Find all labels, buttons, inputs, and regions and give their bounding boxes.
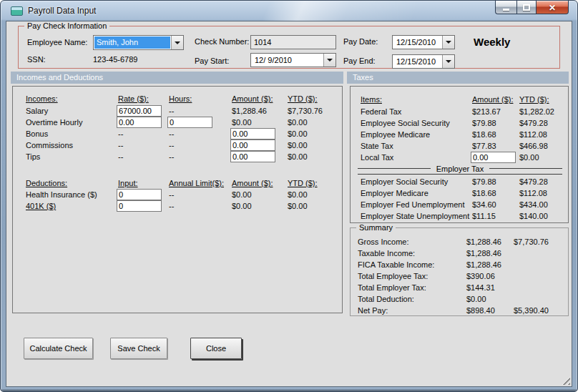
summary-label: Taxable Income: <box>358 249 415 258</box>
tax-amount: $11.15 <box>472 212 496 221</box>
save-check-button[interactable]: Save Check <box>110 338 167 359</box>
tax-row-employer-state-unemployment: Employer State Unemployment $11.15 $140.… <box>351 211 568 222</box>
local-tax-input[interactable] <box>471 152 516 163</box>
paycheck-information-group: Pay Check Information Employee Name: Smi… <box>18 26 560 69</box>
items-col-header: Items: <box>361 95 382 104</box>
income-rate: -- <box>118 129 123 139</box>
summary-row-taxable-income: Taxable Income: $1,288.46 <box>351 248 568 260</box>
close-window-button[interactable] <box>537 1 569 14</box>
income-rate: -- <box>118 141 123 150</box>
pay-date-picker[interactable]: 12/15/2010 <box>392 35 455 49</box>
incomes-deductions-panel: Incomes: Rate ($): Hours: Amount ($): YT… <box>12 86 343 313</box>
tax-amount: $213.67 <box>472 107 501 117</box>
calculate-check-button[interactable]: Calculate Check <box>24 338 93 359</box>
employer-tax-header: Employer Tax <box>431 164 489 174</box>
tax-ytd: $112.08 <box>519 130 547 139</box>
deduction-amount: $0.00 <box>232 202 252 211</box>
deduction-ytd: $0.00 <box>288 190 308 200</box>
tax-name: Employer State Unemployment <box>361 212 469 221</box>
maximize-icon <box>523 4 530 11</box>
summary-ytd: $5,390.40 <box>514 306 549 315</box>
tax-name: Employee Social Security <box>361 119 450 128</box>
commissions-amount-input[interactable] <box>230 139 275 151</box>
pay-start-picker[interactable]: 12/ 9/2010 <box>250 53 336 67</box>
check-number-field[interactable]: 1014 <box>250 35 336 49</box>
close-button[interactable]: Close <box>190 338 242 359</box>
deduction-row-401k: 401K ($) -- $0.00 $0.00 <box>13 201 342 212</box>
deduction-amount: $0.00 <box>232 190 252 200</box>
tax-amount: $34.60 <box>472 200 496 210</box>
rate-col-header: Rate ($): <box>118 94 149 104</box>
tax-row-employer-social-security: Employer Social Security $79.88 $479.28 <box>351 177 568 188</box>
resize-grip-icon[interactable] <box>561 376 570 385</box>
deduction-ytd: $0.00 <box>288 202 308 211</box>
tax-ytd: $1,282.02 <box>519 107 554 117</box>
tax-row-employer-medicare: Employer Medicare $18.68 $112.08 <box>351 188 568 200</box>
pay-start-dropdown-button[interactable] <box>323 54 335 67</box>
summary-row-total-employee-tax: Total Employee Tax: $390.06 <box>351 271 568 283</box>
paycheck-group-legend: Pay Check Information <box>24 21 109 30</box>
summary-label: Net Pay: <box>358 306 388 315</box>
summary-group-legend: Summary <box>356 223 396 232</box>
incomes-deductions-band: Incomes and Deductions <box>11 72 343 84</box>
summary-row-gross-income: Gross Income: $1,288.46 $7,730.76 <box>351 237 568 248</box>
tax-ytd: $466.98 <box>519 142 548 151</box>
amount-col-header: Amount ($): <box>232 179 273 188</box>
tax-name: Employer Medicare <box>361 189 428 198</box>
pay-start-value: 12/ 9/2010 <box>251 54 323 67</box>
health-insurance-input[interactable] <box>117 189 162 200</box>
income-name: Salary <box>26 107 48 116</box>
overtime-rate-input[interactable] <box>117 117 162 128</box>
window-title: Payroll Data Input <box>28 6 96 16</box>
payroll-data-input-window: Payroll Data Input Pay Check Information… <box>0 0 578 392</box>
pay-frequency-label: Weekly <box>474 36 510 48</box>
salary-rate-input[interactable] <box>117 105 162 117</box>
maximize-button[interactable] <box>516 1 537 14</box>
summary-amount: $1,288.46 <box>466 260 501 270</box>
overtime-hours-input[interactable] <box>167 117 212 128</box>
income-name: Overtime Hourly <box>26 118 82 127</box>
pay-end-value: 12/15/2010 <box>393 55 442 68</box>
income-name: Commissions <box>26 141 73 150</box>
employee-name-dropdown-button[interactable] <box>171 36 183 49</box>
deduction-401k-link[interactable]: 401K ($) <box>26 202 56 211</box>
bonus-amount-input[interactable] <box>230 128 275 139</box>
income-hours: -- <box>169 141 174 150</box>
tax-amount: $18.68 <box>472 189 496 198</box>
tax-row-employee-social-security: Employee Social Security $79.88 $479.28 <box>351 118 568 129</box>
income-row-overtime: Overtime Hourly $0.00 $0.00 <box>13 117 342 129</box>
401k-input[interactable] <box>117 200 162 212</box>
ytd-col-header: YTD ($): <box>288 94 318 104</box>
close-icon <box>549 1 556 14</box>
income-ytd: $0.00 <box>288 152 308 162</box>
ytd-col-header: YTD ($): <box>519 95 549 104</box>
tax-name: Employer Social Security <box>361 177 448 187</box>
income-row-tips: Tips -- -- $0.00 <box>13 152 342 163</box>
summary-row-total-employer-tax: Total Employer Tax: $144.31 <box>351 283 568 294</box>
check-number-label: Check Number: <box>195 37 249 46</box>
tax-amount: $79.88 <box>472 177 496 187</box>
deductions-header-row: Deductions: Input: Annual Limit($): Amou… <box>13 178 342 190</box>
summary-row-total-deduction: Total Deduction: $0.00 <box>351 294 568 305</box>
title-bar[interactable]: Payroll Data Input <box>1 1 577 21</box>
tax-name: Local Tax <box>361 153 393 162</box>
income-hours: -- <box>169 152 174 162</box>
pay-end-picker[interactable]: 12/15/2010 <box>392 54 455 69</box>
summary-amount: $1,288.46 <box>466 237 501 247</box>
tax-name: Employee Medicare <box>361 130 430 139</box>
pay-end-dropdown-button[interactable] <box>442 55 454 68</box>
tax-ytd: $434.00 <box>519 200 548 210</box>
minimize-button[interactable] <box>495 1 516 14</box>
income-row-bonus: Bonus -- -- $0.00 <box>13 129 342 140</box>
summary-label: Gross Income: <box>358 237 409 247</box>
pay-start-label: Pay Start: <box>195 57 229 65</box>
tips-amount-input[interactable] <box>230 151 275 162</box>
deduction-row-health-insurance: Health Insurance ($) -- $0.00 $0.00 <box>13 190 342 201</box>
income-row-commissions: Commissions -- -- $0.00 <box>13 140 342 152</box>
pay-date-dropdown-button[interactable] <box>442 36 454 49</box>
incomes-col-header: Incomes: <box>26 94 58 104</box>
tax-amount: $77.83 <box>472 142 496 151</box>
employee-name-combobox[interactable]: Smith, John <box>93 35 184 50</box>
summary-row-fica-taxable-income: FICA Taxable Income: $1,288.46 <box>351 260 568 271</box>
summary-group: Summary Gross Income: $1,288.46 $7,730.7… <box>350 227 569 316</box>
